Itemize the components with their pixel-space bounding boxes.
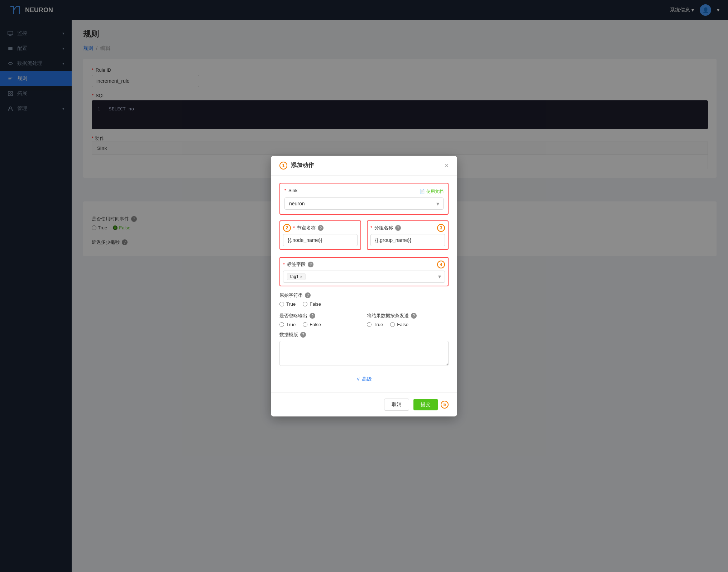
sink-field-label: Sink <box>284 188 297 193</box>
close-button[interactable]: × <box>445 162 449 169</box>
send-row-false-radio[interactable] <box>390 322 395 327</box>
tag-field: 标签字段 ? 4 tag1 × ▾ <box>279 257 449 286</box>
raw-string-false-option[interactable]: False <box>303 301 321 307</box>
send-by-row-field: 将结果数据按条发送 ? True False <box>367 313 449 327</box>
send-row-true-radio[interactable] <box>367 322 372 327</box>
doc-icon: 📄 <box>420 189 425 194</box>
raw-string-field: 原始字符串 ? True False <box>279 292 449 307</box>
raw-string-label: 原始字符串 <box>279 292 303 299</box>
node-name-input[interactable] <box>283 234 358 246</box>
group-name-field: 分组名称 ? 3 <box>367 220 449 250</box>
send-by-row-radios: True False <box>367 322 449 327</box>
cancel-button[interactable]: 取消 <box>384 399 409 411</box>
sink-doc-link[interactable]: 📄 使用文档 <box>420 189 444 195</box>
sink-doc-label: 使用文档 <box>426 189 444 195</box>
raw-string-true-radio[interactable] <box>279 302 284 306</box>
tag-input[interactable] <box>308 274 436 280</box>
tag-dropdown-arrow[interactable]: ▾ <box>438 273 441 280</box>
node-name-label: 节点名称 <box>293 225 316 231</box>
node-group-row: 2 节点名称 ? 分组名称 ? 3 <box>279 220 449 256</box>
sink-field: Sink 📄 使用文档 neuron ▾ <box>279 183 449 215</box>
ignore-output-field: 是否忽略输出 ? True False <box>279 313 361 327</box>
modal-footer: 取消 提交 5 <box>271 392 457 416</box>
group-name-input[interactable] <box>370 234 445 246</box>
modal-title: 添加动作 <box>291 162 314 169</box>
annotation-2: 2 <box>283 224 291 232</box>
ignore-output-help[interactable]: ? <box>310 313 315 319</box>
ignore-sendrow-row: 是否忽略输出 ? True False <box>279 313 449 327</box>
modal-dialog: 1 添加动作 × Sink 📄 使用文档 neuron <box>271 156 457 416</box>
data-model-field: 数据模版 ? <box>279 332 449 367</box>
send-by-row-label: 将结果数据按条发送 <box>367 313 409 319</box>
modal-header: 1 添加动作 × <box>271 156 457 176</box>
send-row-true-option[interactable]: True <box>367 322 383 327</box>
raw-string-help[interactable]: ? <box>305 292 311 298</box>
raw-string-radios: True False <box>279 301 449 307</box>
group-name-label: 分组名称 <box>370 225 393 231</box>
raw-string-false-radio[interactable] <box>303 302 307 306</box>
group-name-help[interactable]: ? <box>395 225 401 231</box>
tag-input-wrapper[interactable]: tag1 × ▾ <box>283 271 445 283</box>
ignore-true-radio[interactable] <box>279 322 284 327</box>
sink-select-wrapper: neuron ▾ <box>284 197 444 210</box>
annotation-5: 5 <box>441 401 449 409</box>
ignore-false-option[interactable]: False <box>303 322 321 327</box>
tag-label: tag1 <box>290 274 298 279</box>
annotation-4: 4 <box>437 261 445 268</box>
ignore-output-radios: True False <box>279 322 361 327</box>
send-by-row-help[interactable]: ? <box>411 313 417 319</box>
submit-button[interactable]: 提交 <box>413 399 438 410</box>
sink-select[interactable]: neuron <box>284 197 444 210</box>
modal-body: Sink 📄 使用文档 neuron ▾ 2 <box>271 176 457 392</box>
node-name-help[interactable]: ? <box>318 225 324 231</box>
ignore-false-radio[interactable] <box>303 322 307 327</box>
annotation-3: 3 <box>437 224 445 232</box>
node-name-field: 2 节点名称 ? <box>279 220 361 250</box>
data-model-textarea[interactable] <box>279 341 449 366</box>
tag-field-label: 标签字段 <box>283 261 306 268</box>
data-model-help[interactable]: ? <box>300 332 306 338</box>
annotation-1: 1 <box>279 162 287 170</box>
send-row-false-option[interactable]: False <box>390 322 408 327</box>
modal-overlay: 1 添加动作 × Sink 📄 使用文档 neuron <box>0 0 728 572</box>
ignore-output-label: 是否忽略输出 <box>279 313 307 319</box>
advanced-toggle[interactable]: ∨ 高级 <box>279 373 449 385</box>
ignore-true-option[interactable]: True <box>279 322 296 327</box>
data-model-label: 数据模版 <box>279 332 298 338</box>
tag-close-button[interactable]: × <box>300 275 302 279</box>
tag-field-help[interactable]: ? <box>308 262 313 267</box>
raw-string-true-option[interactable]: True <box>279 301 296 307</box>
tag-item-tag1: tag1 × <box>287 273 306 280</box>
